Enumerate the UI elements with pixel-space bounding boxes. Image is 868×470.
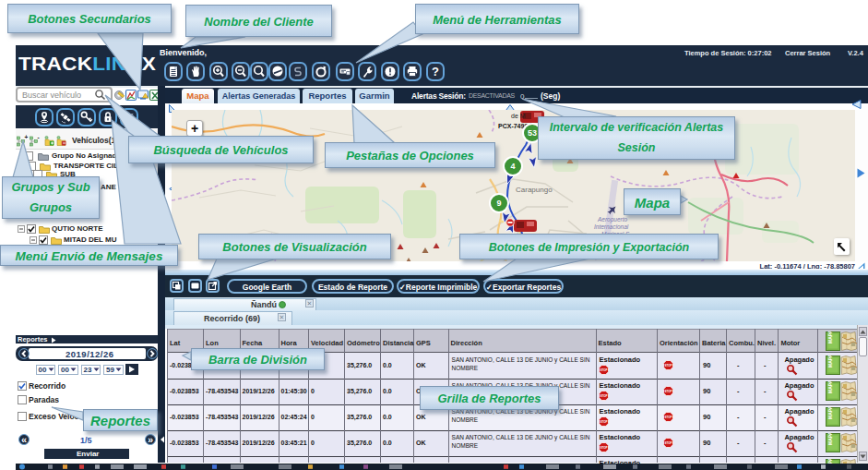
svg-text:53: 53 xyxy=(528,128,537,138)
svg-text:STOP: STOP xyxy=(600,446,607,450)
svg-text:de M: de M xyxy=(511,113,526,119)
svg-text:STOP: STOP xyxy=(664,441,672,445)
svg-text:STOP: STOP xyxy=(600,368,607,372)
svg-text:Internacional: Internacional xyxy=(594,223,629,230)
svg-text:STOP: STOP xyxy=(600,394,607,398)
svg-text:9: 9 xyxy=(496,199,501,208)
svg-text:Aeropuerto: Aeropuerto xyxy=(597,216,628,223)
svg-text:STOP: STOP xyxy=(664,416,672,419)
svg-text:MAPA: MAPA xyxy=(827,381,833,393)
svg-text:MAPA: MAPA xyxy=(827,331,833,343)
svg-text:MAPA: MAPA xyxy=(827,407,833,419)
svg-text:MAPA: MAPA xyxy=(827,356,833,368)
svg-text:Carapungo: Carapungo xyxy=(516,186,553,194)
svg-text:STOP: STOP xyxy=(664,390,672,393)
svg-text:+: + xyxy=(25,135,29,140)
svg-text:STOP: STOP xyxy=(664,364,672,368)
svg-text:-: - xyxy=(38,135,40,140)
svg-text:4: 4 xyxy=(510,162,515,171)
svg-text:STOP: STOP xyxy=(600,420,607,424)
svg-text:MAPA: MAPA xyxy=(827,433,833,445)
